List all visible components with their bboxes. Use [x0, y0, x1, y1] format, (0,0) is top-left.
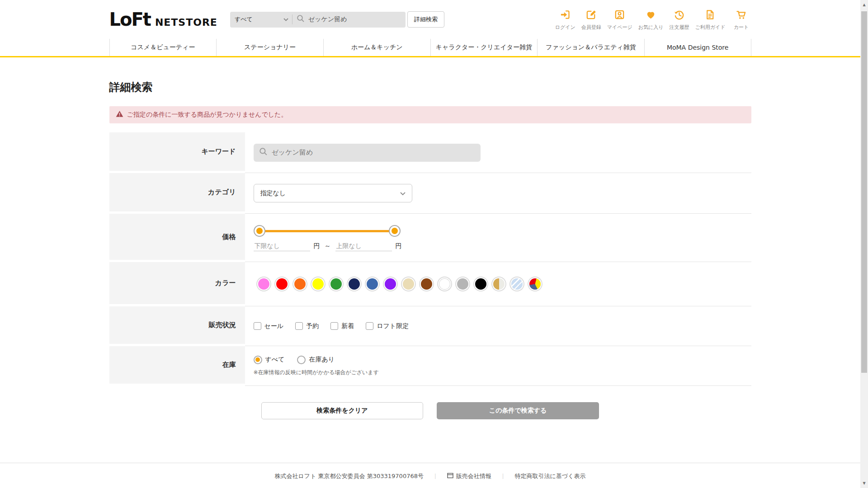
window-icon — [447, 473, 453, 480]
stock-radio-all[interactable]: すべて — [254, 356, 285, 364]
nav-item-stationery[interactable]: ステーショナリー — [216, 39, 323, 56]
cart-link[interactable]: カート — [731, 9, 751, 31]
nav-item-cosme[interactable]: コスメ＆ビューティー — [109, 39, 217, 56]
status-checkbox-loft-limited[interactable]: ロフト限定 — [366, 322, 409, 330]
chevron-down-icon — [283, 18, 288, 21]
clear-conditions-button[interactable]: 検索条件をクリア — [261, 402, 423, 419]
keyword-input-wrap — [254, 144, 481, 162]
price-separator: ～ — [325, 242, 331, 250]
price-label: 価格 — [109, 214, 245, 262]
form-row-stock: 在庫 すべて 在庫あり ※在庫情報の反映に時間がかかる場合がございます — [109, 346, 751, 386]
login-label: ログイン — [555, 24, 576, 31]
status-checkbox-sale[interactable]: セール — [254, 322, 284, 330]
footer: 株式会社ロフト 東京都公安委員会 第303319700768号 ｜ 販売会社情報… — [0, 463, 860, 488]
keyword-label: キーワード — [109, 132, 245, 173]
color-swatch-white[interactable] — [439, 278, 450, 290]
form-row-keyword: キーワード — [109, 132, 751, 173]
color-swatch-purple[interactable] — [385, 278, 396, 290]
logo-loft-text: LoFt — [109, 9, 151, 30]
color-swatch-pink[interactable] — [258, 278, 269, 290]
order-history-link[interactable]: 注文履歴 — [669, 9, 689, 31]
footer-link-label: 販売会社情報 — [456, 472, 491, 480]
login-icon — [559, 9, 571, 23]
footer-link-label: 特定商取引法に基づく表示 — [515, 472, 586, 480]
category-label: カテゴリ — [109, 173, 245, 214]
footer-link-seller-info[interactable]: 販売会社情報 — [447, 472, 491, 480]
search-category-select[interactable]: すべて — [235, 15, 283, 23]
search-divider — [292, 14, 292, 24]
header-search-bar[interactable]: すべて ゼッケン留め — [230, 12, 406, 28]
favorites-label: お気に入り — [638, 24, 664, 31]
color-swatch-black[interactable] — [475, 278, 486, 290]
checkbox-icon — [330, 322, 338, 330]
color-swatch-yellow[interactable] — [312, 278, 324, 290]
color-swatch-multicolor[interactable] — [529, 278, 541, 290]
stock-label: 在庫 — [109, 346, 245, 386]
color-swatch-green[interactable] — [330, 278, 342, 290]
loft-logo[interactable]: LoFt NETSTORE — [109, 9, 217, 30]
color-swatch-clear[interactable] — [511, 278, 523, 290]
form-row-status: 販売状況 セール 予約 新着 — [109, 306, 751, 346]
mypage-label: マイページ — [607, 24, 632, 31]
color-swatch-blue[interactable] — [367, 278, 378, 290]
detail-search-button[interactable]: 詳細検索 — [407, 11, 444, 28]
nav-item-fashion[interactable]: ファッション＆バラエティ雑貨 — [537, 39, 644, 56]
color-swatch-gold-silver[interactable] — [493, 278, 505, 290]
register-link[interactable]: 会員登録 — [581, 9, 601, 31]
search-form: キーワード カテゴリ 指定なし — [109, 132, 751, 386]
scrollbar-thumb[interactable] — [861, 11, 867, 373]
category-selected-value: 指定なし — [260, 189, 400, 197]
error-message-text: ご指定の条件に一致する商品が見つかりませんでした。 — [127, 111, 288, 119]
slider-handle-min[interactable] — [254, 225, 265, 237]
color-swatch-navy[interactable] — [349, 278, 360, 290]
scrollbar-down-arrow-icon[interactable]: ▼ — [860, 479, 868, 487]
price-range-slider — [254, 225, 401, 237]
nav-item-moma[interactable]: MoMA Design Store — [644, 39, 751, 56]
stock-radio-instock[interactable]: 在庫あり — [297, 356, 335, 364]
nav-item-home-kitchen[interactable]: ホーム＆キッチン — [323, 39, 430, 56]
search-icon — [259, 147, 268, 158]
header-search-input[interactable]: ゼッケン留め — [308, 15, 347, 23]
footer-link-tokushoho[interactable]: 特定商取引法に基づく表示 — [515, 472, 586, 480]
price-min-unit: 円 — [314, 242, 320, 250]
main-content: 詳細検索 ご指定の条件に一致する商品が見つかりませんでした。 キーワード — [109, 80, 751, 419]
color-swatch-beige[interactable] — [403, 278, 414, 290]
order-history-icon — [673, 9, 685, 23]
scrollbar-up-arrow-icon[interactable]: ▲ — [860, 1, 868, 9]
status-checkbox-new[interactable]: 新着 — [330, 322, 354, 330]
mypage-link[interactable]: マイページ — [607, 9, 632, 31]
price-max-input[interactable] — [335, 241, 392, 251]
color-swatch-red[interactable] — [276, 278, 288, 290]
radio-selected-icon — [254, 356, 262, 364]
cart-label: カート — [734, 24, 749, 31]
guide-icon — [704, 9, 716, 23]
vertical-scrollbar[interactable]: ▲ ▼ — [860, 0, 868, 488]
register-label: 会員登録 — [581, 24, 601, 31]
chevron-down-icon — [400, 189, 406, 197]
price-min-input[interactable] — [254, 241, 310, 251]
search-with-conditions-button[interactable]: この条件で検索する — [437, 402, 599, 419]
checkbox-icon — [295, 322, 303, 330]
footer-divider: ｜ — [433, 472, 438, 480]
category-select[interactable]: 指定なし — [254, 184, 412, 202]
price-max-unit: 円 — [396, 242, 402, 250]
footer-company-text: 株式会社ロフト 東京都公安委員会 第303319700768号 — [275, 472, 424, 480]
slider-handle-max[interactable] — [389, 225, 401, 237]
color-swatch-brown[interactable] — [421, 278, 432, 290]
favorites-link[interactable]: お気に入り — [638, 9, 664, 31]
nav-item-character[interactable]: キャラクター・クリエイター雑貨 — [430, 39, 538, 56]
order-history-label: 注文履歴 — [669, 24, 689, 31]
keyword-input[interactable] — [272, 149, 475, 157]
stock-option-label: すべて — [265, 356, 285, 364]
color-swatch-gray[interactable] — [457, 278, 468, 290]
form-row-color: カラー — [109, 262, 751, 306]
checkbox-icon — [254, 322, 261, 330]
status-label: 販売状況 — [109, 306, 245, 346]
color-swatch-orange[interactable] — [294, 278, 306, 290]
favorites-icon — [645, 9, 657, 23]
guide-link[interactable]: ご利用ガイド — [695, 9, 725, 31]
status-checkbox-reserve[interactable]: 予約 — [295, 322, 319, 330]
footer-divider: ｜ — [500, 472, 506, 480]
login-link[interactable]: ログイン — [555, 9, 576, 31]
stock-note: ※在庫情報の反映に時間がかかる場合がございます — [254, 369, 751, 376]
